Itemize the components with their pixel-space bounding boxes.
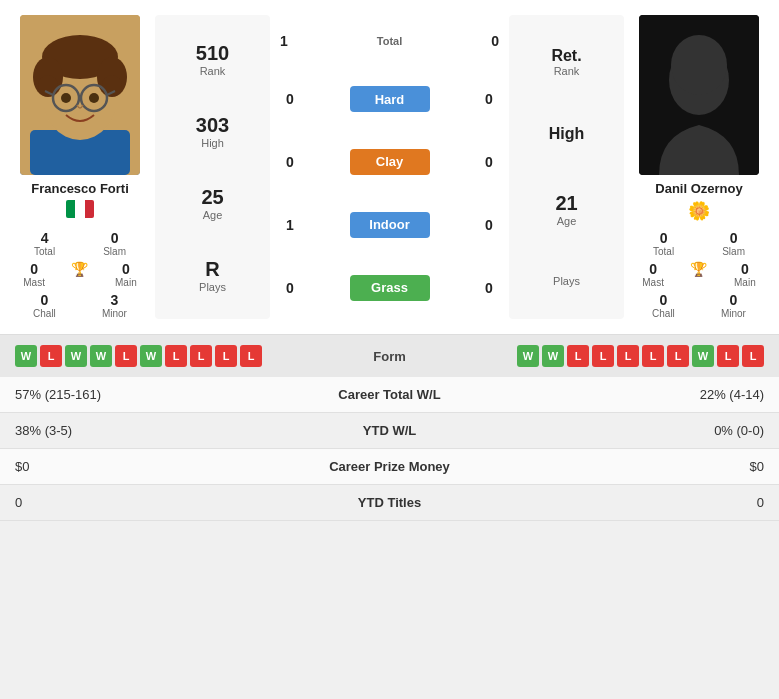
form-section: WLWWLWLLLL Form WWLLLLLWLL <box>0 334 779 377</box>
form-badge-l: L <box>592 345 614 367</box>
career-prize-row: $0 Career Prize Money $0 <box>0 449 779 485</box>
right-totals-row3: 0 Chall 0 Minor <box>629 292 769 319</box>
career-total-right: 22% (4-14) <box>506 377 779 413</box>
left-totals-row2: 0 Mast 🏆 0 Main <box>10 261 150 288</box>
hard-badge: Hard <box>350 86 430 112</box>
left-rank-stat: 510 Rank <box>196 42 229 77</box>
left-player-photo <box>20 15 140 175</box>
form-badge-l: L <box>742 345 764 367</box>
ytd-wl-label: YTD W/L <box>273 413 507 449</box>
right-player-svg <box>639 15 759 175</box>
ytd-wl-right: 0% (0-0) <box>506 413 779 449</box>
form-badge-l: L <box>190 345 212 367</box>
left-high-stat: 303 High <box>196 114 229 149</box>
right-mast: 0 Mast <box>642 261 664 288</box>
right-player-col: Danil Ozernoy 🌼 0 Total 0 Slam 0 Mast <box>629 15 769 319</box>
right-trophy: 🏆 <box>690 261 707 288</box>
indoor-badge: Indoor <box>350 212 430 238</box>
court-row-clay: 0 Clay 0 <box>280 145 499 179</box>
right-high-stat: High <box>549 125 585 143</box>
form-badge-l: L <box>567 345 589 367</box>
right-middle-stats: Ret. Rank High 21 Age Plays <box>509 15 624 319</box>
right-chall: 0 Chall <box>652 292 675 319</box>
form-badge-w: W <box>692 345 714 367</box>
right-player-photo <box>639 15 759 175</box>
ytd-titles-row: 0 YTD Titles 0 <box>0 485 779 521</box>
form-badge-w: W <box>542 345 564 367</box>
left-age-stat: 25 Age <box>201 186 223 221</box>
left-player-name: Francesco Forti <box>31 181 129 196</box>
right-form-badges: WWLLLLLWLL <box>517 345 764 367</box>
total-row: 1 Total 0 <box>280 29 499 53</box>
left-form-badges: WLWWLWLLLL <box>15 345 262 367</box>
left-player-col: Francesco Forti 4 Total 0 Slam <box>10 15 150 319</box>
form-badge-w: W <box>517 345 539 367</box>
ytd-wl-row: 38% (3-5) YTD W/L 0% (0-0) <box>0 413 779 449</box>
clay-badge: Clay <box>350 149 430 175</box>
court-row-indoor: 1 Indoor 0 <box>280 208 499 242</box>
court-section: 1 Total 0 0 Hard 0 0 Clay 0 1 Indoor 0 <box>275 15 504 319</box>
left-player-flag <box>66 200 94 222</box>
right-totals-row2: 0 Mast 🏆 0 Main <box>629 261 769 288</box>
form-badge-l: L <box>115 345 137 367</box>
stats-table: 57% (215-161) Career Total W/L 22% (4-14… <box>0 377 779 521</box>
left-slam: 0 Slam <box>103 230 126 257</box>
left-main: 0 Main <box>115 261 137 288</box>
form-badge-l: L <box>40 345 62 367</box>
form-badge-w: W <box>15 345 37 367</box>
ytd-titles-left: 0 <box>0 485 273 521</box>
form-badge-l: L <box>165 345 187 367</box>
career-total-left: 57% (215-161) <box>0 377 273 413</box>
ytd-titles-label: YTD Titles <box>273 485 507 521</box>
svg-point-14 <box>61 93 71 103</box>
right-slam: 0 Slam <box>722 230 745 257</box>
left-minor: 3 Minor <box>102 292 127 319</box>
right-minor: 0 Minor <box>721 292 746 319</box>
form-badge-l: L <box>717 345 739 367</box>
right-total: 0 Total <box>653 230 674 257</box>
career-prize-label: Career Prize Money <box>273 449 507 485</box>
left-totals-row1: 4 Total 0 Slam <box>10 230 150 257</box>
main-container: Francesco Forti 4 Total 0 Slam <box>0 0 779 521</box>
player-comparison: Francesco Forti 4 Total 0 Slam <box>0 0 779 334</box>
left-player-svg <box>20 15 140 175</box>
svg-point-18 <box>671 35 727 95</box>
right-totals-row1: 0 Total 0 Slam <box>629 230 769 257</box>
form-badge-l: L <box>617 345 639 367</box>
ytd-wl-left: 38% (3-5) <box>0 413 273 449</box>
form-badge-l: L <box>642 345 664 367</box>
svg-point-15 <box>89 93 99 103</box>
form-badge-w: W <box>140 345 162 367</box>
career-prize-right: $0 <box>506 449 779 485</box>
right-age-stat: 21 Age <box>555 192 577 227</box>
grass-badge: Grass <box>350 275 430 301</box>
form-badge-w: W <box>90 345 112 367</box>
form-badge-l: L <box>240 345 262 367</box>
court-row-hard: 0 Hard 0 <box>280 82 499 116</box>
career-total-row: 57% (215-161) Career Total W/L 22% (4-14… <box>0 377 779 413</box>
left-totals-row3: 0 Chall 3 Minor <box>10 292 150 319</box>
left-middle-stats: 510 Rank 303 High 25 Age R Plays <box>155 15 270 319</box>
career-prize-left: $0 <box>0 449 273 485</box>
left-plays-stat: R Plays <box>199 258 226 293</box>
left-chall: 0 Chall <box>33 292 56 319</box>
form-badge-l: L <box>215 345 237 367</box>
right-rank-stat: Ret. Rank <box>551 47 581 77</box>
career-total-label: Career Total W/L <box>273 377 507 413</box>
form-badge-l: L <box>667 345 689 367</box>
right-player-name: Danil Ozernoy <box>655 181 742 196</box>
form-label: Form <box>373 349 406 364</box>
right-plays-stat: Plays <box>553 275 580 287</box>
left-trophy: 🏆 <box>71 261 88 288</box>
form-badge-w: W <box>65 345 87 367</box>
left-mast: 0 Mast <box>23 261 45 288</box>
right-main: 0 Main <box>734 261 756 288</box>
italy-flag <box>66 200 94 218</box>
court-row-grass: 0 Grass 0 <box>280 271 499 305</box>
left-total: 4 Total <box>34 230 55 257</box>
ytd-titles-right: 0 <box>506 485 779 521</box>
right-player-flag: 🌼 <box>688 200 710 222</box>
